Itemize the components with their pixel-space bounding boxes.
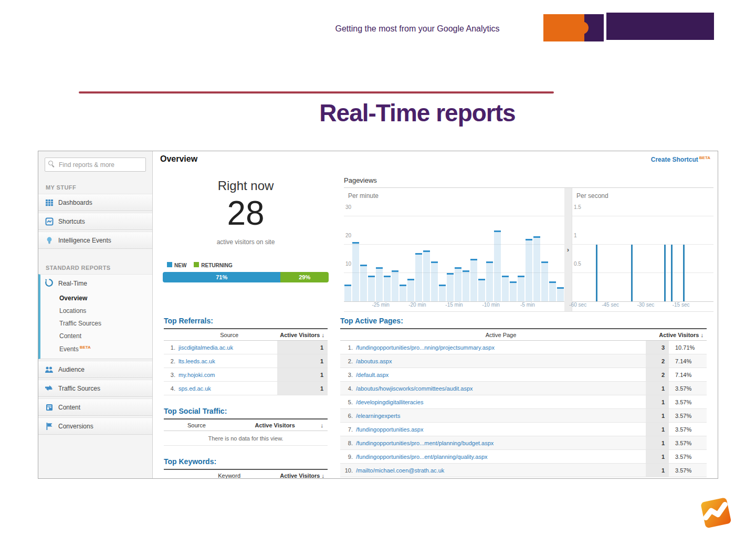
sidebar-item-real-time[interactable]: Real-Time bbox=[40, 275, 152, 292]
sort-descending-icon: ↓ bbox=[701, 332, 704, 338]
search-input[interactable] bbox=[45, 158, 146, 172]
referral-source-link[interactable]: lts.leeds.ac.uk bbox=[178, 358, 277, 364]
sort-descending-icon: ↓ bbox=[321, 422, 328, 428]
active-page-row: 1./fundingopportunities/pro...nning/proj… bbox=[340, 341, 707, 354]
sidebar-item-label: Dashboards bbox=[58, 199, 92, 206]
active-page-row: 2./aboutus.aspx27.14% bbox=[340, 354, 707, 368]
active-visitors-value: 1 bbox=[646, 395, 669, 408]
active-page-link[interactable]: /fundingopportunities/pro...ment/plannin… bbox=[356, 440, 646, 446]
pages-page-header[interactable]: Active Page bbox=[356, 332, 646, 338]
active-visitors-percent: 3.57% bbox=[669, 413, 707, 419]
row-index: 1. bbox=[164, 344, 178, 351]
pageview-bar bbox=[392, 270, 398, 301]
pageview-bar bbox=[376, 267, 383, 301]
referral-row: 4.sps.ed.ac.uk1 bbox=[164, 382, 328, 395]
conversions-icon bbox=[45, 422, 54, 431]
sidebar-item-traffic-sources[interactable]: Traffic Sources bbox=[38, 380, 152, 397]
right-tables-column: Top Active Pages: Active Page Active Vis… bbox=[340, 317, 707, 477]
chart-expand-control[interactable]: › bbox=[564, 188, 572, 312]
sort-descending-icon: ↓ bbox=[322, 332, 325, 338]
social-visitors-header[interactable]: Active Visitors bbox=[229, 422, 321, 428]
active-page-link[interactable]: /elearningexperts bbox=[356, 413, 646, 419]
keywords-visitors-header[interactable]: Active Visitors ↓ bbox=[280, 473, 328, 479]
sidebar-item-conversions[interactable]: Conversions bbox=[38, 417, 152, 435]
active-visitors-percent: 3.57% bbox=[669, 440, 707, 446]
pageview-spike bbox=[631, 245, 633, 301]
new-legend-label: NEW bbox=[174, 263, 186, 268]
sidebar-item-content[interactable]: Content bbox=[38, 398, 152, 416]
active-page-link[interactable]: /mailto/michael.coen@strath.ac.uk bbox=[356, 467, 646, 474]
referral-source-link[interactable]: jiscdigitalmedia.ac.uk bbox=[178, 344, 277, 351]
referral-row: 3.my.hojoki.com1 bbox=[164, 368, 328, 382]
sidebar-item-shortcuts[interactable]: Shortcuts bbox=[38, 213, 152, 230]
active-visitors-value: 1 bbox=[277, 382, 328, 395]
realtime-subnav-overview[interactable]: Overview bbox=[40, 292, 152, 305]
y-axis-tick-label: 1 bbox=[574, 233, 577, 238]
pages-visitors-header[interactable]: Active Visitors ↓ bbox=[646, 332, 707, 338]
referrals-visitors-header[interactable]: Active Visitors ↓ bbox=[280, 332, 328, 338]
pageview-bar bbox=[478, 279, 485, 301]
active-page-link[interactable]: /aboutus.aspx bbox=[356, 358, 646, 364]
row-index: 5. bbox=[340, 399, 356, 405]
referral-source-link[interactable]: my.hojoki.com bbox=[178, 372, 277, 378]
keywords-keyword-header[interactable]: Keyword bbox=[178, 473, 280, 479]
realtime-subnav-content[interactable]: Content bbox=[40, 330, 152, 342]
top-active-pages-table: Active Page Active Visitors ↓ 1./funding… bbox=[340, 328, 707, 477]
x-axis-tick-label: -15 sec bbox=[673, 302, 690, 308]
active-page-link[interactable]: /developingdigitalliteracies bbox=[356, 399, 646, 405]
active-page-link[interactable]: /fundingopportunities/pro...nning/projec… bbox=[356, 344, 646, 351]
pageview-bar bbox=[384, 276, 391, 301]
sort-descending-icon: ↓ bbox=[322, 473, 325, 479]
new-segment: 71% bbox=[163, 272, 280, 282]
active-page-link[interactable]: /fundingopportunities.aspx bbox=[356, 426, 646, 433]
sidebar-item-dashboards[interactable]: Dashboards bbox=[38, 194, 152, 211]
chevron-right-icon: › bbox=[567, 246, 569, 254]
row-index: 7. bbox=[340, 426, 356, 433]
pageview-bar bbox=[526, 239, 532, 301]
sidebar-item-label: Conversions bbox=[58, 423, 93, 430]
realtime-icon bbox=[45, 278, 54, 289]
pageview-bar bbox=[470, 259, 477, 301]
brand-logo-purple-block bbox=[606, 13, 714, 40]
active-visitors-value: 1 bbox=[277, 341, 328, 354]
title-divider-line bbox=[79, 91, 554, 93]
returning-legend-label: RETURNING bbox=[201, 263, 232, 268]
realtime-subnav-events[interactable]: EventsBETA bbox=[40, 342, 152, 355]
pageview-bar bbox=[352, 242, 359, 301]
traffic-sources-icon bbox=[45, 384, 54, 393]
referral-source-link[interactable]: sps.ed.ac.uk bbox=[178, 385, 277, 392]
active-visitors-percent: 7.14% bbox=[669, 358, 707, 364]
active-page-link[interactable]: /aboutus/howjiscworks/committees/audit.a… bbox=[356, 385, 646, 392]
active-visitors-value: 1 bbox=[646, 423, 669, 436]
content-icon bbox=[45, 403, 54, 412]
create-shortcut-link[interactable]: Create ShortcutBETA bbox=[651, 155, 710, 163]
social-source-header[interactable]: Source bbox=[164, 422, 229, 428]
beta-badge: BETA bbox=[80, 345, 91, 350]
sidebar: MY STUFF DashboardsShortcutsIntelligence… bbox=[38, 151, 153, 478]
sidebar-item-label: Intelligence Events bbox=[58, 237, 111, 244]
realtime-subnav-traffic-sources[interactable]: Traffic Sources bbox=[40, 317, 152, 330]
x-axis-tick-label: -25 min bbox=[372, 302, 389, 308]
pageview-bar bbox=[455, 267, 461, 301]
analytics-screenshot: MY STUFF DashboardsShortcutsIntelligence… bbox=[38, 151, 718, 479]
active-page-link[interactable]: /fundingopportunities/pro...ent/planning… bbox=[356, 454, 646, 460]
sidebar-item-audience[interactable]: Audience bbox=[38, 361, 152, 378]
sidebar-item-label: Shortcuts bbox=[58, 218, 85, 225]
active-visitors-value: 1 bbox=[646, 436, 669, 449]
active-visitors-value: 1 bbox=[646, 409, 669, 422]
pageview-bar bbox=[541, 261, 548, 301]
active-page-row: 10./mailto/michael.coen@strath.ac.uk13.5… bbox=[340, 464, 707, 477]
pageview-bar bbox=[557, 287, 564, 301]
active-page-row: 6./elearningexperts13.57% bbox=[340, 409, 707, 423]
pageview-spike bbox=[671, 245, 673, 301]
y-axis-tick-label: 0.5 bbox=[574, 261, 581, 267]
sidebar-item-intelligence-events[interactable]: Intelligence Events bbox=[38, 232, 152, 249]
referrals-source-header[interactable]: Source bbox=[178, 332, 280, 338]
realtime-subnav-locations[interactable]: Locations bbox=[40, 305, 152, 317]
active-visitors-value: 2 bbox=[646, 354, 669, 368]
search-icon bbox=[48, 161, 55, 167]
active-page-link[interactable]: /default.aspx bbox=[356, 372, 646, 378]
row-index: 2. bbox=[164, 358, 178, 364]
active-visitors-value: 3 bbox=[646, 341, 669, 354]
active-visitors-value: 1 bbox=[646, 382, 669, 395]
